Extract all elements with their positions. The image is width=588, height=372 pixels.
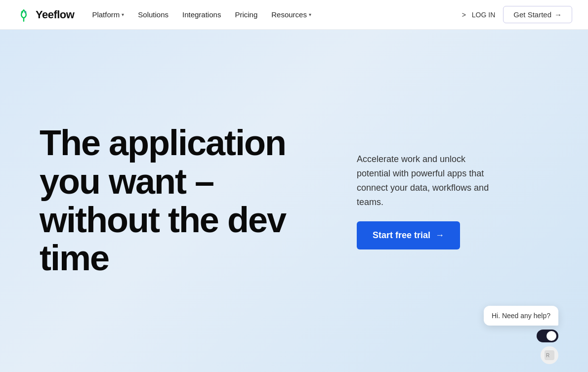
nav-resources[interactable]: Resources ▾: [265, 7, 317, 22]
nav-right: > LOG IN Get Started →: [462, 6, 572, 23]
logo-link[interactable]: Yeeflow: [16, 7, 74, 23]
chat-toggle-circle: [546, 331, 556, 341]
login-link[interactable]: > LOG IN: [462, 11, 496, 19]
get-started-arrow-icon: →: [554, 10, 562, 19]
navbar: Yeeflow Platform ▾ Solutions Integration…: [0, 0, 588, 30]
revolut-icon: R: [541, 346, 558, 364]
nav-pricing[interactable]: Pricing: [229, 7, 263, 22]
platform-chevron-icon: ▾: [122, 12, 124, 17]
hero-left: The application you want – without the d…: [40, 124, 327, 278]
logo-icon: [16, 7, 32, 23]
nav-platform[interactable]: Platform ▾: [86, 7, 130, 22]
start-trial-button[interactable]: Start free trial →: [357, 221, 460, 249]
nav-links: Platform ▾ Solutions Integrations Pricin…: [86, 7, 462, 22]
chat-widget: Hi. Need any help?: [484, 306, 558, 342]
login-arrow: >: [462, 11, 466, 19]
hero-headline: The application you want – without the d…: [40, 124, 327, 278]
svg-point-2: [24, 11, 27, 13]
chat-toggle-button[interactable]: [537, 330, 558, 342]
logo-text: Yeeflow: [36, 8, 74, 21]
bottom-widget: R: [541, 346, 558, 364]
nav-integrations[interactable]: Integrations: [176, 7, 227, 22]
svg-text:R: R: [546, 353, 549, 358]
hero-content: The application you want – without the d…: [40, 124, 548, 278]
chat-bubble: Hi. Need any help?: [484, 306, 558, 326]
trial-arrow-icon: →: [435, 230, 444, 241]
svg-point-1: [21, 11, 23, 13]
resources-chevron-icon: ▾: [309, 12, 311, 17]
hero-right: Accelerate work and unlock potential wit…: [347, 152, 548, 249]
get-started-button[interactable]: Get Started →: [503, 6, 572, 23]
nav-solutions[interactable]: Solutions: [132, 7, 174, 22]
hero-description: Accelerate work and unlock potential wit…: [357, 152, 495, 209]
